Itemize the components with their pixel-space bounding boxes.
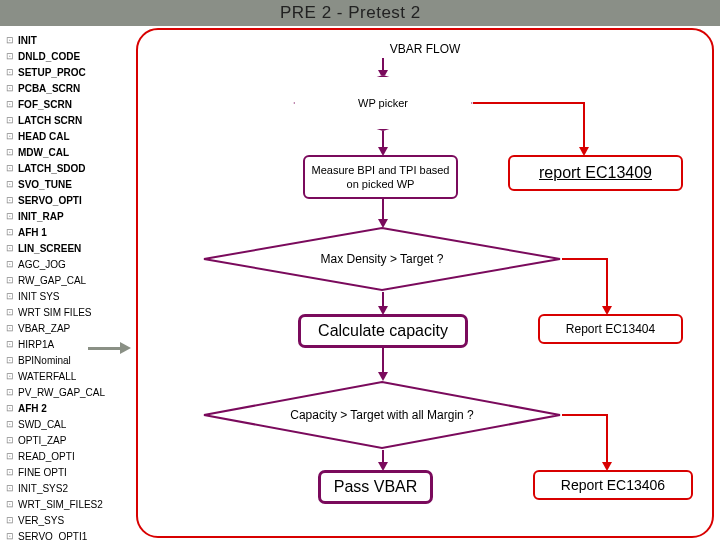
sidebar-item[interactable]: AFH 1 <box>6 224 134 240</box>
sidebar-item[interactable]: INIT_SYS2 <box>6 480 134 496</box>
tree-node-icon <box>6 272 18 288</box>
decision-max-density: Max Density > Target ? <box>202 226 562 292</box>
flow-title: VBAR FLOW <box>138 42 712 56</box>
decision-capacity: Capacity > Target with all Margin ? <box>202 380 562 450</box>
sidebar-item-label: DNLD_CODE <box>18 49 80 64</box>
sidebar-item[interactable]: AFH 2 <box>6 400 134 416</box>
sidebar-item[interactable]: MDW_CAL <box>6 144 134 160</box>
sidebar-item[interactable]: FOF_SCRN <box>6 96 134 112</box>
sidebar-item[interactable]: AGC_JOG <box>6 256 134 272</box>
sidebar-item[interactable]: WATERFALL <box>6 368 134 384</box>
tree-node-icon <box>6 288 18 304</box>
tree-node-icon <box>6 224 18 240</box>
sidebar-item-label: AFH 1 <box>18 225 47 240</box>
sidebar-item[interactable]: INIT_RAP <box>6 208 134 224</box>
sidebar-item-label: PCBA_SCRN <box>18 81 80 96</box>
tree-node-icon <box>6 352 18 368</box>
sidebar-item[interactable]: VBAR_ZAP <box>6 320 134 336</box>
sidebar-item-label: INIT_SYS2 <box>18 481 68 496</box>
sidebar-item-label: VER_SYS <box>18 513 64 528</box>
tree-node-icon <box>6 176 18 192</box>
sidebar-item-label: SWD_CAL <box>18 417 66 432</box>
tree-node-icon <box>6 464 18 480</box>
arrow-red <box>473 102 583 104</box>
sidebar-item[interactable]: SETUP_PROC <box>6 64 134 80</box>
sidebar-item[interactable]: INIT SYS <box>6 288 134 304</box>
arrow <box>382 348 384 374</box>
sidebar-item[interactable]: BPINominal <box>6 352 134 368</box>
sidebar-item-label: SETUP_PROC <box>18 65 86 80</box>
sidebar-item[interactable]: DNLD_CODE <box>6 48 134 64</box>
tree-node-icon <box>6 192 18 208</box>
sidebar-item-label: INIT SYS <box>18 289 60 304</box>
sidebar-item[interactable]: LIN_SCREEN <box>6 240 134 256</box>
tree-node-icon <box>6 336 18 352</box>
sidebar-item-label: SVO_TUNE <box>18 177 72 192</box>
tree-node-icon <box>6 480 18 496</box>
report-label: Report EC13406 <box>561 477 665 493</box>
sidebar-item[interactable]: FINE OPTI <box>6 464 134 480</box>
sidebar-item[interactable]: PV_RW_GAP_CAL <box>6 384 134 400</box>
tree-node-icon <box>6 160 18 176</box>
sidebar-item-label: INIT_RAP <box>18 209 64 224</box>
sidebar-item-label: BPINominal <box>18 353 71 368</box>
sidebar-item[interactable]: OPTI_ZAP <box>6 432 134 448</box>
sidebar-item-label: SERVO_OPTI1 <box>18 529 87 541</box>
process-pass-vbar: Pass VBAR <box>318 470 433 504</box>
arrow-red <box>562 414 606 416</box>
sidebar-item[interactable]: INIT <box>6 32 134 48</box>
sidebar-item-label: HEAD CAL <box>18 129 70 144</box>
arrow <box>382 199 384 221</box>
sidebar-item[interactable]: RW_GAP_CAL <box>6 272 134 288</box>
sidebar-item[interactable]: SWD_CAL <box>6 416 134 432</box>
sidebar-item-label: FINE OPTI <box>18 465 67 480</box>
process-calculate-capacity: Calculate capacity <box>298 314 468 348</box>
tree-node-icon <box>6 96 18 112</box>
decision-label: WP picker <box>358 97 408 109</box>
process-label: Calculate capacity <box>318 322 448 340</box>
sidebar-item[interactable]: SVO_TUNE <box>6 176 134 192</box>
sidebar-item[interactable]: READ_OPTI <box>6 448 134 464</box>
tree-node-icon <box>6 384 18 400</box>
sidebar-tree: INITDNLD_CODESETUP_PROCPCBA_SCRNFOF_SCRN… <box>6 32 134 540</box>
tree-node-icon <box>6 208 18 224</box>
tree-node-icon <box>6 80 18 96</box>
sidebar-item[interactable]: LATCH_SDOD <box>6 160 134 176</box>
process-label: Pass VBAR <box>334 478 418 496</box>
tree-node-icon <box>6 128 18 144</box>
arrow-red <box>606 414 608 464</box>
decision-label: Capacity > Target with all Margin ? <box>290 408 474 422</box>
tree-node-icon <box>6 256 18 272</box>
sidebar-item-label: MDW_CAL <box>18 145 69 160</box>
sidebar-item[interactable]: WRT_SIM_FILES2 <box>6 496 134 512</box>
sidebar-item[interactable]: VER_SYS <box>6 512 134 528</box>
report-ec13409: report EC13409 <box>508 155 683 191</box>
sidebar-item[interactable]: HEAD CAL <box>6 128 134 144</box>
process-measure: Measure BPI and TPI based on picked WP <box>303 155 458 199</box>
header-bar: PRE 2 - Pretest 2 <box>0 0 720 26</box>
tree-node-icon <box>6 528 18 540</box>
tree-node-icon <box>6 368 18 384</box>
sidebar-item-label: READ_OPTI <box>18 449 75 464</box>
pointer-arrow-line <box>88 347 120 350</box>
tree-node-icon <box>6 320 18 336</box>
sidebar-item-label: LIN_SCREEN <box>18 241 81 256</box>
sidebar-item[interactable]: LATCH SCRN <box>6 112 134 128</box>
sidebar-item[interactable]: PCBA_SCRN <box>6 80 134 96</box>
sidebar-item-label: AGC_JOG <box>18 257 66 272</box>
tree-node-icon <box>6 496 18 512</box>
sidebar-item-label: LATCH SCRN <box>18 113 82 128</box>
tree-node-icon <box>6 112 18 128</box>
sidebar-item-label: WRT SIM FILES <box>18 305 92 320</box>
sidebar-item[interactable]: SERVO_OPTI1 <box>6 528 134 540</box>
sidebar-item[interactable]: SERVO_OPTI <box>6 192 134 208</box>
sidebar-item-label: VBAR_ZAP <box>18 321 70 336</box>
sidebar-item-label: LATCH_SDOD <box>18 161 86 176</box>
report-label: report EC13409 <box>539 164 652 182</box>
tree-node-icon <box>6 144 18 160</box>
sidebar-item-label: WATERFALL <box>18 369 76 384</box>
tree-node-icon <box>6 48 18 64</box>
sidebar-item[interactable]: WRT SIM FILES <box>6 304 134 320</box>
arrow-red <box>562 258 606 260</box>
flowchart-container: VBAR FLOW WP picker Measure BPI and TPI … <box>136 28 714 538</box>
